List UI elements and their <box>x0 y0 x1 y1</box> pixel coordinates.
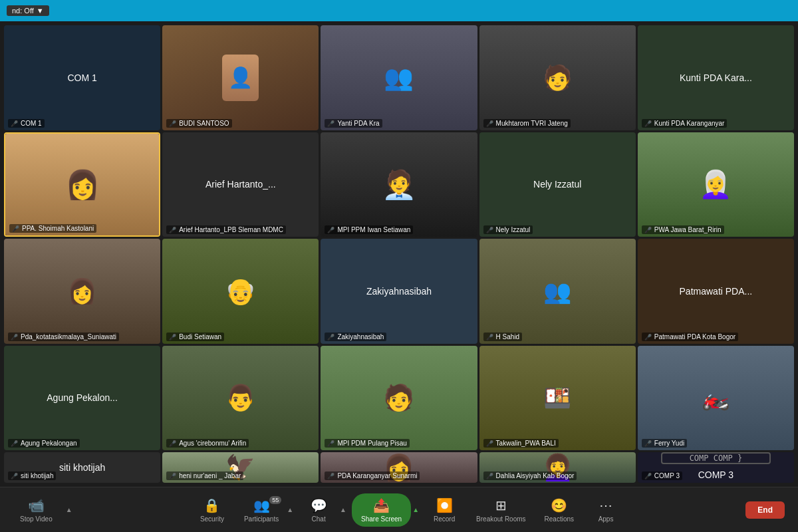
display-name-nely: Nely Izzatul <box>531 176 584 192</box>
participant-name-takwalin: Takwalin_PWA BALI <box>483 439 559 448</box>
reactions-label: Reactions <box>545 515 574 523</box>
participant-name-pwa-jawa: PWA Jawa Barat_Ririn <box>642 225 724 234</box>
participant-name-hsahid: H Sahid <box>483 332 523 341</box>
mic-icon-kunti <box>644 120 652 127</box>
breakout-rooms-button[interactable]: ⊞ Breakout Rooms <box>469 495 532 525</box>
stop-video-button[interactable]: 📹 Stop Video <box>13 495 59 525</box>
mic-icon-hsahid <box>486 333 493 340</box>
video-cell-pda-kotatasik: 👩 Pda_kotatasikmalaya_Suniawati <box>4 239 160 344</box>
mic-icon-nely <box>486 226 493 233</box>
participant-name-pda-kotatasik: Pda_kotatasikmalaya_Suniawati <box>8 332 119 341</box>
video-cell-budi-santoso: 👤 BUDI SANTOSO <box>162 25 319 130</box>
participant-name-agus: Agus 'cirebonmu' Arifin <box>166 439 249 448</box>
mic-icon-dahlia <box>486 472 493 479</box>
reactions-button[interactable]: 😊 Reactions <box>538 495 581 525</box>
mic-icon-sunarmi <box>327 472 334 479</box>
video-cell-yanti: 👥 Yanti PDA Kra <box>321 25 477 130</box>
video-cell-shoimah: 👩 PPA. Shoimah Kastolani <box>4 132 160 237</box>
security-label: Security <box>200 515 224 523</box>
video-cell-ferry: 🏍️ Ferry Yudi <box>638 346 794 451</box>
participant-name-arief: Arief Hartanto_LPB Sleman MDMC <box>166 225 286 234</box>
share-screen-icon: 📤 <box>373 497 390 513</box>
video-cell-mpi-pdm: 🧑 MPI PDM Pulang Pisau <box>321 346 477 451</box>
video-cell-agus: 👨 Agus 'cirebonmu' Arifin <box>162 346 319 451</box>
share-screen-label: Share Screen <box>361 515 402 523</box>
participant-name-budi-santoso: BUDI SANTOSO <box>166 119 231 128</box>
apps-label: Apps <box>598 515 614 523</box>
participants-button[interactable]: 👥 Participants 55 <box>237 495 285 525</box>
participant-name-heni: heni nur'aeni _ Jabar <box>166 471 243 480</box>
top-bar: nd: Off ▼ <box>0 0 798 21</box>
mic-icon-pwa-jawa <box>644 226 652 233</box>
video-cell-heni: 🦅 heni nur'aeni _ Jabar <box>162 452 319 483</box>
camera-icon: 📹 <box>28 497 45 513</box>
record-icon: ⏺️ <box>436 497 453 513</box>
share-screen-button[interactable]: 📤 Share Screen <box>352 493 411 527</box>
apps-button[interactable]: ⋯ Apps <box>586 495 626 525</box>
display-name-patmawati: Patmawati PDA... <box>677 283 755 299</box>
mic-icon-iwan <box>327 226 334 233</box>
video-cell-agung: Agung Pekalon... Agung Pekalongan <box>4 346 160 451</box>
breakout-label: Breakout Rooms <box>476 515 525 523</box>
video-cell-mukhtarom: 🧑 Mukhtarom TVRI Jateng <box>479 25 636 130</box>
stop-video-label: Stop Video <box>20 515 53 523</box>
share-screen-chevron[interactable]: ▲ <box>412 506 419 513</box>
video-cell-hsahid: 👥 H Sahid <box>479 239 636 344</box>
participant-name-nely: Nely Izzatul <box>483 225 533 234</box>
participant-name-com1: COM 1 <box>8 119 45 128</box>
sound-dropdown-icon: ▼ <box>37 7 44 15</box>
participant-name-siti: siti khotijah <box>8 471 56 480</box>
toolbar-left: 📹 Stop Video ▲ <box>13 495 72 525</box>
mic-icon-ferry <box>644 440 652 447</box>
video-cell-com1: COM 1 COM 1 <box>4 25 160 130</box>
participant-name-mukhtarom: Mukhtarom TVRI Jateng <box>483 119 571 128</box>
security-icon: 🔒 <box>203 497 220 513</box>
mic-icon-agus <box>169 440 176 447</box>
toolbar-right: End <box>745 501 785 519</box>
mic-icon-com1 <box>11 120 18 127</box>
mic-icon-mukhtarom <box>486 120 493 127</box>
video-cell-siti: siti khotijah siti khotijah <box>4 452 160 483</box>
participant-name-mpi-pdm: MPI PDM Pulang Pisau <box>325 439 410 448</box>
video-cell-comp3: COMP COMP } COMP 3 COMP 3 <box>638 452 794 483</box>
participant-name-comp3: COMP 3 <box>642 471 682 480</box>
video-cell-takwalin: 🍱 Takwalin_PWA BALI <box>479 346 636 451</box>
video-cell-sunarmi: 👩 PDA Karanganyar Sunarmi <box>321 452 477 483</box>
apps-icon: ⋯ <box>599 497 612 513</box>
participant-name-shoimah: PPA. Shoimah Kastolani <box>9 224 96 233</box>
mic-icon-patmawati <box>644 333 652 340</box>
video-cell-zakiyah: Zakiyahnasibah Zakiyahnasibah <box>321 239 477 344</box>
display-name-zakiyah: Zakiyahnasibah <box>364 283 434 299</box>
chat-label: Chat <box>312 515 326 523</box>
participant-name-agung: Agung Pekalongan <box>8 439 80 448</box>
mic-icon-shoimah <box>12 225 19 232</box>
toolbar-center: 🔒 Security 👥 Participants 55 ▲ 💬 Chat ▲ … <box>72 493 746 527</box>
video-cell-patmawati: Patmawati PDA... Patmawati PDA Kota Bogo… <box>638 239 794 344</box>
participant-name-yanti: Yanti PDA Kra <box>325 119 382 128</box>
display-name-arief: Arief Hartanto_... <box>203 176 279 192</box>
record-button[interactable]: ⏺️ Record <box>424 495 464 525</box>
video-cell-nely: Nely Izzatul Nely Izzatul <box>479 132 636 237</box>
mic-icon-budi-setiawan <box>169 333 176 340</box>
record-label: Record <box>434 515 455 523</box>
mic-icon-pda-kotatasik <box>11 333 18 340</box>
breakout-icon: ⊞ <box>495 497 507 513</box>
participant-name-kunti: Kunti PDA Karanganyar <box>642 119 728 128</box>
security-button[interactable]: 🔒 Security <box>192 495 232 525</box>
chat-button[interactable]: 💬 Chat <box>299 495 338 525</box>
participants-chevron[interactable]: ▲ <box>287 506 293 513</box>
camera-chevron[interactable]: ▲ <box>66 506 72 513</box>
sound-indicator[interactable]: nd: Off ▼ <box>7 5 49 16</box>
participant-name-zakiyah: Zakiyahnasibah <box>325 332 386 341</box>
mic-icon-agung <box>11 440 18 447</box>
participants-icon: 👥 <box>253 497 270 513</box>
chat-chevron[interactable]: ▲ <box>340 506 346 513</box>
mic-icon-heni <box>169 472 176 479</box>
end-button[interactable]: End <box>745 501 785 519</box>
participant-name-patmawati: Patmawati PDA Kota Bogor <box>642 332 738 341</box>
display-name-siti: siti khotijah <box>57 460 108 475</box>
video-cell-kunti: Kunti PDA Kara... Kunti PDA Karanganyar <box>638 25 794 130</box>
video-cell-iwan: 🧑‍💼 MPI PPM Iwan Setiawan <box>321 132 477 237</box>
mic-icon-arief <box>169 226 176 233</box>
participant-name-dahlia: Dahlia Aisyiyah Kab Bogor <box>483 471 577 480</box>
